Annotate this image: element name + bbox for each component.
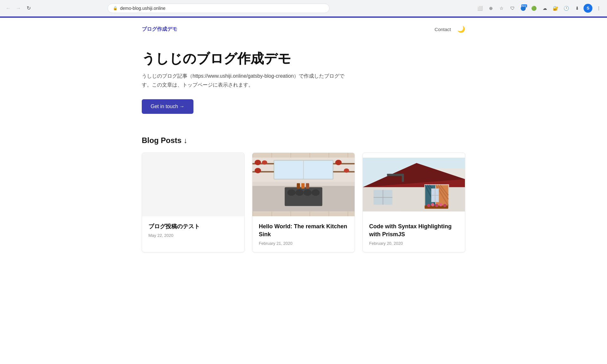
get-in-touch-button[interactable]: Get in touch → [142, 99, 193, 114]
nav-contact-link[interactable]: Contact [434, 27, 451, 32]
svg-point-42 [427, 204, 430, 207]
svg-rect-23 [306, 183, 309, 189]
card-1-date: May 22, 2020 [148, 233, 238, 238]
new-badge: New [521, 4, 527, 7]
blog-card-2[interactable]: Hello World: The remark Kitchen Sink Feb… [252, 153, 355, 252]
svg-point-44 [435, 204, 438, 207]
blog-section: Blog Posts ↓ ブログ投稿のテスト May 22, 2020 [142, 123, 465, 265]
card-3-date: February 20, 2020 [369, 241, 459, 246]
svg-point-45 [439, 203, 442, 206]
svg-rect-21 [297, 183, 300, 189]
card-2-date: February 21, 2020 [259, 241, 348, 246]
add-tab-icon[interactable]: ⊕ [486, 4, 495, 13]
cloud-icon[interactable]: ☁ [540, 4, 549, 13]
browser-chrome: ← → ↻ 🔒 demo-blog.ushiji.online ⬜ ⊕ ☆ 🛡 … [0, 0, 607, 16]
blog-card-1[interactable]: ブログ投稿のテスト May 22, 2020 [142, 153, 245, 252]
svg-point-9 [255, 168, 261, 173]
svg-point-12 [335, 160, 342, 165]
menu-icon[interactable]: ⋮ [594, 4, 603, 13]
extension-new-icon[interactable]: 🔵 New [519, 4, 528, 13]
history-icon[interactable]: 🕐 [562, 4, 571, 13]
page-wrapper: ブログ作成デモ Contact 🌙 うしじのブログ作成デモ うしじのブログ記事（… [129, 18, 478, 265]
hero-title: うしじのブログ作成デモ [142, 51, 465, 67]
svg-point-20 [311, 189, 319, 196]
svg-point-19 [304, 189, 311, 196]
profile-avatar[interactable]: S [584, 4, 592, 13]
back-button[interactable]: ← [4, 4, 13, 13]
hero-description: うしじのブログ記事（https://www.ushiji.online/gats… [142, 72, 348, 89]
site-logo[interactable]: ブログ作成デモ [142, 26, 177, 33]
svg-point-17 [287, 189, 295, 196]
address-bar[interactable]: 🔒 demo-blog.ushiji.online [108, 3, 330, 13]
card-2-image [252, 153, 355, 216]
svg-point-18 [296, 189, 304, 196]
lock2-icon[interactable]: 🔐 [551, 4, 560, 13]
forward-button[interactable]: → [14, 4, 23, 13]
blog-section-title: Blog Posts ↓ [142, 136, 465, 145]
card-1-title: ブログ投稿のテスト [148, 223, 238, 231]
card-3-image [363, 153, 465, 216]
hero-section: うしじのブログ作成デモ うしじのブログ記事（https://www.ushiji… [142, 38, 465, 123]
browser-toolbar-right: ⬜ ⊕ ☆ 🛡 🔵 New 🟢 ☁ 🔐 🕐 ⬇ S ⋮ [476, 4, 603, 13]
downloads-icon[interactable]: ⬇ [573, 4, 582, 13]
svg-point-46 [443, 204, 446, 207]
lock-icon: 🔒 [113, 6, 118, 10]
card-2-content: Hello World: The remark Kitchen Sink Feb… [252, 216, 355, 252]
url-text: demo-blog.ushiji.online [120, 6, 166, 11]
card-2-title: Hello World: The remark Kitchen Sink [259, 223, 348, 238]
card-3-title: Code with Syntax Highlighting with Prism… [369, 223, 459, 238]
svg-point-7 [255, 160, 261, 165]
cast-icon[interactable]: ⬜ [476, 4, 485, 13]
site-header: ブログ作成デモ Contact 🌙 [142, 18, 465, 38]
card-1-content: ブログ投稿のテスト May 22, 2020 [142, 216, 244, 244]
site-nav: Contact 🌙 [434, 25, 465, 33]
card-1-image-placeholder [142, 153, 244, 216]
star-icon[interactable]: ☆ [497, 4, 506, 13]
svg-rect-22 [301, 183, 304, 189]
svg-rect-47 [387, 174, 403, 176]
dark-mode-toggle[interactable]: 🌙 [457, 25, 465, 33]
svg-point-8 [262, 160, 267, 165]
google-icon[interactable]: 🟢 [530, 4, 538, 13]
svg-rect-48 [402, 174, 404, 182]
blog-card-3[interactable]: Code with Syntax Highlighting with Prism… [362, 153, 465, 252]
svg-point-13 [344, 168, 349, 173]
extension-shield-icon[interactable]: 🛡 [508, 4, 517, 13]
reload-button[interactable]: ↻ [24, 4, 33, 13]
svg-rect-11 [333, 171, 355, 172]
svg-point-43 [431, 203, 434, 206]
browser-nav-buttons: ← → ↻ [4, 4, 33, 13]
blog-cards-grid: ブログ投稿のテスト May 22, 2020 [142, 153, 465, 252]
card-3-content: Code with Syntax Highlighting with Prism… [363, 216, 465, 252]
